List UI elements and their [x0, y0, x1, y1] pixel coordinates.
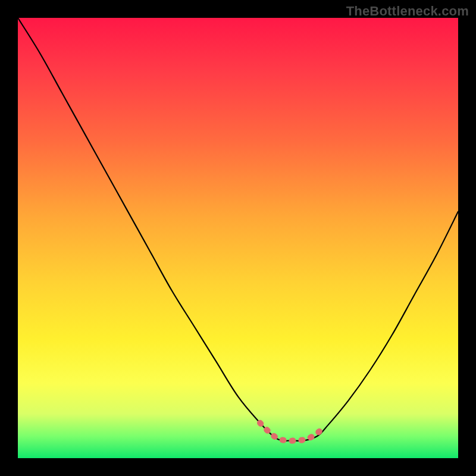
bottleneck-curve-path: [18, 18, 458, 441]
plot-area: [18, 18, 458, 458]
chart-frame: TheBottleneck.com: [0, 0, 476, 476]
optimal-zone-highlight-path: [260, 423, 322, 441]
watermark-text: TheBottleneck.com: [346, 4, 469, 19]
plot-svg: [18, 18, 458, 458]
